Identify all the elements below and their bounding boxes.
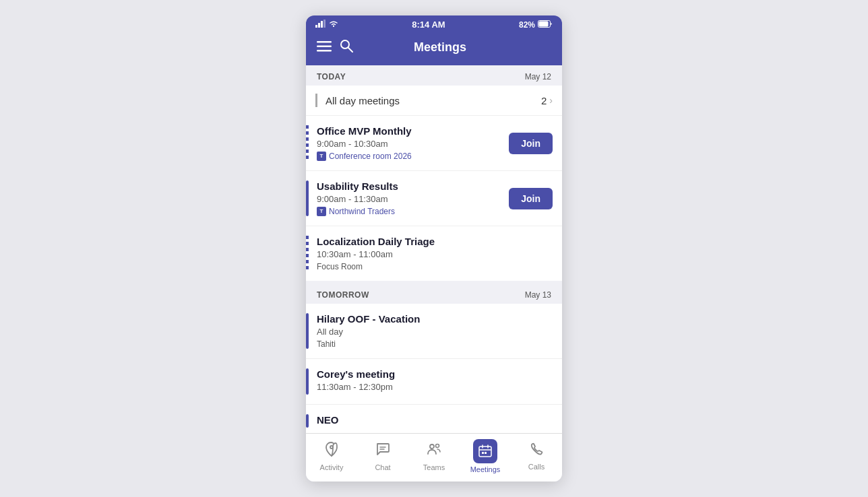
teams-label: Teams (423, 463, 445, 471)
meeting-title: Office MVP Monthly (317, 125, 509, 137)
meeting-title: Corey's meeting (317, 368, 553, 380)
teams-icon: T (317, 207, 326, 216)
meeting-time: 9:00am - 10:30am (317, 139, 509, 149)
svg-rect-6 (539, 21, 549, 26)
meeting-title: Usability Results (317, 180, 509, 192)
svg-rect-21 (482, 452, 484, 454)
status-right: 82% (519, 20, 553, 30)
battery-icon (538, 20, 553, 30)
meeting-bar-solid (306, 368, 309, 395)
tomorrow-cards: Hilary OOF - Vacation All day Tahiti Cor… (306, 304, 562, 433)
meeting-localization[interactable]: Localization Daily Triage 10:30am - 11:0… (306, 226, 562, 281)
all-day-bar (315, 94, 317, 107)
section-today: TODAY May 12 (306, 65, 562, 86)
chat-label: Chat (375, 463, 390, 471)
tomorrow-label: TOMORROW (317, 290, 369, 300)
wifi-icon (329, 20, 338, 30)
activity-label: Activity (320, 463, 344, 471)
meeting-bar-solid (306, 313, 309, 349)
nav-meetings[interactable]: Meetings (467, 439, 504, 473)
meetings-nav-icon (473, 439, 497, 463)
meeting-location: Tahiti (317, 339, 553, 349)
meeting-title: NEO (317, 414, 553, 426)
meeting-bar-dashed (306, 236, 309, 271)
meeting-bar-solid (306, 180, 309, 216)
status-time: 8:14 AM (412, 20, 445, 30)
tomorrow-date: May 13 (525, 290, 551, 300)
nav-calls[interactable]: Calls (518, 442, 555, 471)
all-day-label: All day meetings (326, 95, 541, 106)
location-text: Conference room 2026 (329, 152, 412, 161)
svg-point-12 (330, 446, 333, 449)
meeting-time: All day (317, 327, 553, 337)
section-tomorrow: TOMORROW May 13 (306, 284, 562, 304)
all-day-chevron: › (549, 95, 553, 106)
nav-activity[interactable]: Activity (313, 441, 350, 471)
bottom-nav: Activity Chat Teams (306, 433, 562, 482)
svg-rect-22 (485, 452, 487, 454)
meeting-corey[interactable]: Corey's meeting 11:30am - 12:30pm (306, 359, 562, 405)
join-button-mvp[interactable]: Join (509, 133, 553, 154)
meeting-title: Hilary OOF - Vacation (317, 313, 553, 325)
svg-rect-2 (321, 21, 323, 28)
meeting-title: Localization Daily Triage (317, 236, 553, 247)
battery-percent: 82% (519, 20, 535, 30)
meeting-location[interactable]: T Conference room 2026 (317, 152, 509, 161)
all-day-count: 2 (541, 95, 547, 106)
teams-nav-icon (426, 441, 442, 461)
location-text: Northwind Traders (329, 207, 395, 216)
meeting-time: 10:30am - 11:00am (317, 249, 553, 259)
meeting-location: Focus Room (317, 262, 553, 271)
search-icon[interactable] (340, 39, 353, 56)
svg-rect-0 (315, 25, 317, 28)
svg-point-16 (436, 444, 439, 448)
svg-point-4 (333, 26, 334, 27)
meeting-info: NEO (317, 414, 553, 428)
today-label: TODAY (317, 72, 346, 81)
meeting-neo[interactable]: NEO (306, 405, 562, 433)
nav-teams[interactable]: Teams (416, 441, 453, 471)
location-text: Tahiti (317, 339, 336, 349)
nav-chat[interactable]: Chat (365, 441, 402, 471)
svg-rect-8 (317, 46, 332, 48)
status-left (315, 20, 338, 30)
location-text: Focus Room (317, 262, 363, 271)
svg-point-10 (341, 40, 349, 48)
join-button-usability[interactable]: Join (509, 188, 553, 209)
meeting-office-mvp[interactable]: Office MVP Monthly 9:00am - 10:30am T Co… (306, 116, 562, 171)
svg-rect-9 (317, 50, 332, 52)
svg-rect-7 (317, 41, 332, 43)
meeting-bar-solid (306, 414, 309, 428)
meeting-hilary[interactable]: Hilary OOF - Vacation All day Tahiti (306, 304, 562, 359)
all-day-row[interactable]: All day meetings 2 › (306, 86, 562, 116)
meeting-location[interactable]: T Northwind Traders (317, 207, 509, 216)
svg-line-11 (348, 48, 352, 52)
menu-icon[interactable] (317, 40, 332, 55)
meetings-label: Meetings (470, 465, 501, 473)
header: Meetings (306, 32, 562, 65)
calls-label: Calls (528, 463, 545, 471)
meeting-info: Hilary OOF - Vacation All day Tahiti (317, 313, 553, 349)
svg-rect-3 (323, 20, 326, 28)
header-title: Meetings (361, 40, 519, 55)
phone-frame: 8:14 AM 82% (306, 15, 562, 482)
meeting-usability[interactable]: Usability Results 9:00am - 11:30am T Nor… (306, 171, 562, 226)
chat-icon (375, 441, 391, 461)
meeting-time: 11:30am - 12:30pm (317, 382, 553, 392)
meeting-info: Usability Results 9:00am - 11:30am T Nor… (317, 180, 509, 216)
content: TODAY May 12 All day meetings 2 › Office… (306, 65, 562, 433)
svg-rect-1 (318, 23, 320, 28)
activity-icon (323, 441, 340, 461)
meeting-info: Corey's meeting 11:30am - 12:30pm (317, 368, 553, 395)
svg-rect-17 (479, 446, 491, 457)
meeting-bar-dashed (306, 125, 309, 161)
teams-icon: T (317, 152, 326, 161)
meeting-info: Localization Daily Triage 10:30am - 11:0… (317, 236, 553, 271)
today-date: May 12 (525, 72, 551, 81)
meeting-time: 9:00am - 11:30am (317, 194, 509, 204)
today-cards: All day meetings 2 › Office MVP Monthly … (306, 86, 562, 281)
calls-icon (529, 442, 544, 461)
svg-point-15 (430, 444, 434, 449)
meeting-info: Office MVP Monthly 9:00am - 10:30am T Co… (317, 125, 509, 161)
signal-icon (315, 20, 326, 30)
